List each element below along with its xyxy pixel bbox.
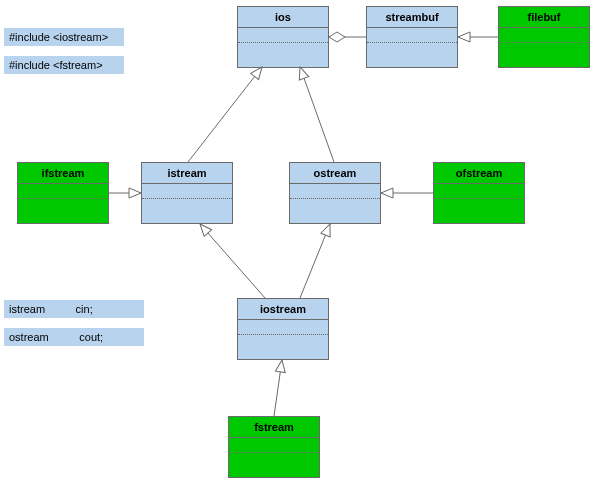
class-ios: ios [237,6,329,68]
class-istream: istream [141,162,233,224]
class-title: istream [142,163,232,184]
class-ifstream: ifstream [17,162,109,224]
class-title: iostream [238,299,328,320]
diagram-stage: #include <iostream> #include <fstream> i… [0,0,604,501]
class-compartment [499,43,589,59]
class-compartment [238,320,328,335]
note-include-iostream: #include <iostream> [4,28,124,46]
class-filebuf: filebuf [498,6,590,68]
class-compartment [18,199,108,215]
class-compartment [142,184,232,199]
class-compartment [238,43,328,59]
class-fstream: fstream [228,416,320,478]
class-compartment [434,184,524,199]
class-title: streambuf [367,7,457,28]
class-ofstream: ofstream [433,162,525,224]
class-compartment [499,28,589,43]
class-streambuf: streambuf [366,6,458,68]
class-title: fstream [229,417,319,438]
note-cin-decl: istream cin; [4,300,144,318]
class-compartment [229,438,319,453]
class-compartment [367,28,457,43]
class-ostream: ostream [289,162,381,224]
class-title: filebuf [499,7,589,28]
class-compartment [238,335,328,351]
svg-line-7 [300,224,330,298]
svg-line-2 [188,67,262,162]
class-compartment [142,199,232,215]
class-compartment [18,184,108,199]
class-compartment [367,43,457,59]
class-title: ifstream [18,163,108,184]
note-cout-decl: ostream cout; [4,328,144,346]
svg-line-3 [300,67,334,162]
class-title: ofstream [434,163,524,184]
class-title: ostream [290,163,380,184]
svg-line-6 [200,224,265,298]
class-compartment [229,453,319,469]
class-compartment [290,199,380,215]
class-compartment [238,28,328,43]
class-title: ios [238,7,328,28]
note-include-fstream: #include <fstream> [4,56,124,74]
svg-line-8 [274,360,282,416]
class-compartment [434,199,524,215]
class-compartment [290,184,380,199]
class-iostream: iostream [237,298,329,360]
